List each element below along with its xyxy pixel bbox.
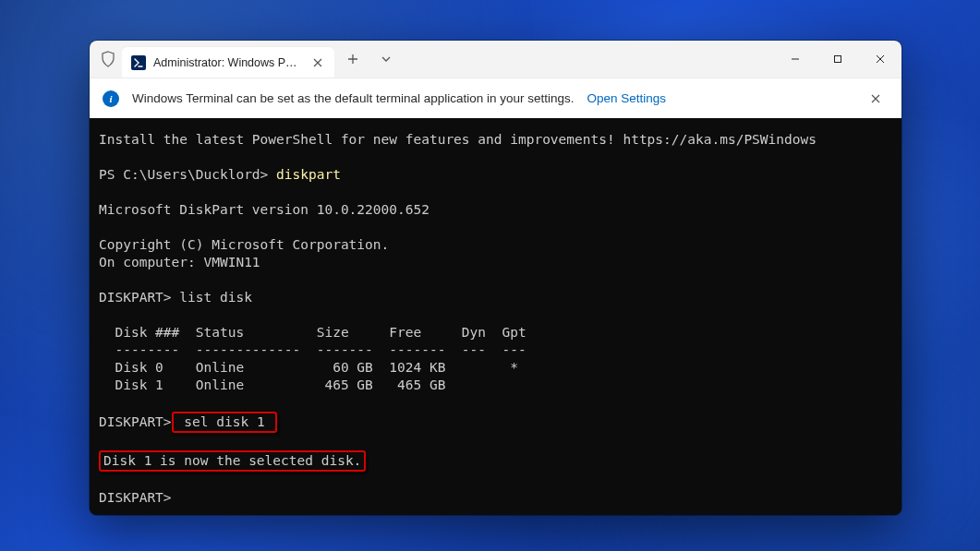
term-line: Microsoft DiskPart version 10.0.22000.65…: [99, 202, 430, 217]
highlight-output: Disk 1 is now the selected disk.: [99, 450, 366, 472]
tab-title: Administrator: Windows Powe: [153, 56, 301, 69]
info-icon: i: [103, 90, 119, 107]
powershell-icon: [131, 55, 146, 70]
term-line: Copyright (C) Microsoft Corporation.: [99, 237, 389, 252]
diskpart-prompt-prefix: DISKPART>: [99, 414, 172, 429]
info-bar: i Windows Terminal can be set as the def…: [90, 78, 901, 118]
table-divider: -------- ------------- ------- ------- -…: [99, 342, 526, 357]
diskpart-prompt: DISKPART>: [99, 490, 172, 505]
tab-dropdown-button[interactable]: [371, 44, 401, 74]
table-row: Disk 1 Online 465 GB 465 GB: [99, 377, 445, 392]
window-close-button[interactable]: [859, 41, 901, 78]
svg-rect-0: [835, 56, 841, 63]
terminal-body[interactable]: Install the latest PowerShell for new fe…: [90, 118, 901, 515]
shield-icon: [100, 51, 116, 67]
prompt-command: diskpart: [276, 167, 341, 182]
table-row: Disk 0 Online 60 GB 1024 KB *: [99, 360, 518, 375]
tab-close-button[interactable]: [309, 54, 327, 72]
tab-active[interactable]: Administrator: Windows Powe: [122, 47, 334, 78]
prompt-path: PS C:\Users\Ducklord>: [99, 167, 276, 182]
table-header: Disk ### Status Size Free Dyn Gpt: [99, 325, 526, 340]
term-line: On computer: VMWIN11: [99, 255, 260, 270]
new-tab-button[interactable]: [338, 44, 368, 74]
titlebar[interactable]: Administrator: Windows Powe: [90, 41, 901, 78]
open-settings-link[interactable]: Open Settings: [587, 91, 667, 105]
maximize-button[interactable]: [817, 41, 859, 78]
terminal-window: Administrator: Windows Powe i Windows Te…: [90, 41, 901, 515]
minimize-button[interactable]: [774, 41, 817, 78]
info-close-button[interactable]: [863, 86, 889, 112]
info-message: Windows Terminal can be set as the defau…: [132, 91, 575, 105]
highlight-command: sel disk 1: [172, 412, 278, 433]
window-controls: [774, 41, 901, 78]
term-line: Install the latest PowerShell for new fe…: [99, 132, 817, 147]
diskpart-prompt: DISKPART> list disk: [99, 290, 252, 305]
